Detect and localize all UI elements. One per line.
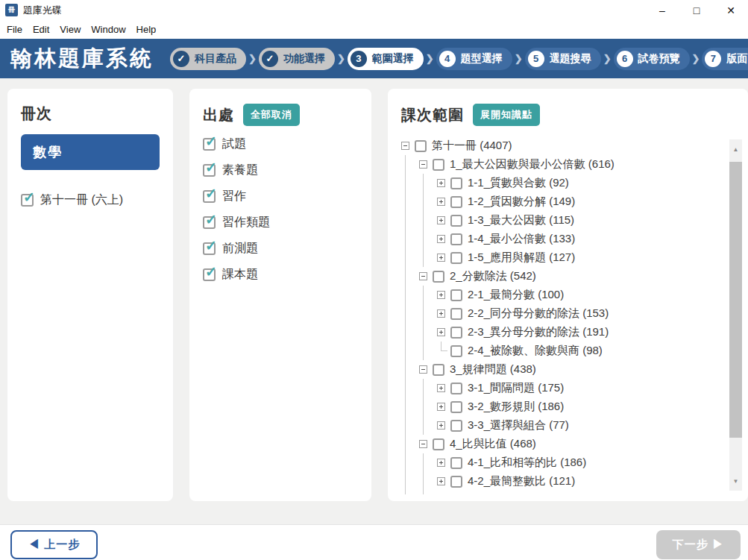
collapse-icon[interactable] [419,272,427,280]
step-3[interactable]: 3範圍選擇 [348,48,424,70]
tree-node-label[interactable]: 1_最大公因數與最小公倍數 (616) [450,157,615,172]
collapse-icon[interactable] [419,440,427,448]
source-option-row[interactable]: ✓素養題 [203,163,358,178]
source-checkbox[interactable]: ✓ [203,268,216,281]
step-4[interactable]: 4題型選擇 [436,48,512,70]
expand-icon[interactable] [437,421,445,430]
tree-node-label[interactable]: 1-5_應用與解題 (127) [468,251,575,265]
step-5[interactable]: 5選題搜尋 [525,48,601,70]
menu-item-help[interactable]: Help [131,22,162,37]
tree-node-label[interactable]: 1-4_最小公倍數 (133) [468,232,575,246]
next-step-button[interactable]: 下一步 ▶ [656,530,741,559]
expand-icon[interactable] [437,309,445,318]
expand-icon[interactable] [437,179,445,187]
step-6[interactable]: 6試卷預覽 [614,48,690,70]
tree-checkbox[interactable] [450,327,462,339]
source-checkbox[interactable]: ✓ [203,216,216,229]
tree-checkbox[interactable] [450,401,462,413]
cancel-all-button[interactable]: 全部取消 [243,104,300,126]
tree-node-label[interactable]: 3-2_數形規則 (186) [468,400,564,414]
tree-node-label[interactable]: 2-2_同分母分數的除法 (153) [468,306,609,321]
prev-step-button[interactable]: ◀ 上一步 [10,530,98,559]
tree-node-label[interactable]: 4-1_比和相等的比 (186) [468,456,586,470]
step-7[interactable]: 7版面配置 [702,48,748,70]
tree-scrollbar[interactable]: ▲ ▼ [729,139,742,491]
collapse-icon[interactable] [419,365,427,374]
step-2[interactable]: ✓功能選擇 [259,48,335,70]
tree-checkbox[interactable] [450,383,462,394]
tree-node-label[interactable]: 1-2_質因數分解 (149) [468,195,575,209]
tree-node-label[interactable]: 3-1_間隔問題 (175) [468,381,564,395]
tree-checkbox[interactable] [450,177,462,189]
source-option-row[interactable]: ✓前測題 [203,241,358,257]
volume-checkbox-row[interactable]: ✓ 第十一冊 (六上) [21,192,160,208]
tree-checkbox[interactable] [433,271,444,283]
menu-item-view[interactable]: View [54,22,86,37]
tree-row: 1-4_最小公倍數 (133) [401,230,726,248]
tree-guide [401,286,419,304]
expand-icon[interactable] [437,235,445,243]
expand-icon[interactable] [437,198,445,206]
expand-icon[interactable] [437,254,445,262]
scroll-down-icon[interactable]: ▼ [729,471,742,491]
step-separator-icon: ❯ [515,53,523,64]
tree-checkbox[interactable] [450,420,462,432]
tree-checkbox[interactable] [433,364,444,376]
expand-icon[interactable] [437,328,445,336]
expand-icon[interactable] [437,403,445,411]
tree-checkbox[interactable] [450,196,462,208]
tree-row: 2-3_異分母分數的除法 (191) [401,323,726,342]
tree-checkbox[interactable] [415,140,427,152]
tree-node-label[interactable]: 4-2_最簡整數比 (121) [468,474,575,488]
step-1[interactable]: ✓科目產品 [170,48,246,70]
tree-checkbox[interactable] [450,308,462,320]
tree-checkbox[interactable] [450,457,462,469]
expand-knowledge-button[interactable]: 展開知識點 [473,104,540,126]
tree-node-label[interactable]: 1-1_質數與合數 (92) [468,176,569,190]
tree-node-label[interactable]: 4_比與比值 (468) [450,437,536,451]
tree-node-label[interactable]: 1-3_最大公因數 (115) [468,213,574,227]
tree-checkbox[interactable] [433,159,444,171]
collapse-icon[interactable] [419,160,427,169]
volume-checkbox[interactable]: ✓ [21,194,34,207]
menu-item-edit[interactable]: Edit [28,22,54,37]
tree-node-label[interactable]: 3-3_選擇與組合 (77) [468,418,569,432]
tree-checkbox[interactable] [450,289,462,301]
menu-item-window[interactable]: Window [86,22,131,37]
tree-node-label[interactable]: 2_分數除法 (542) [450,269,536,283]
source-checkbox[interactable]: ✓ [203,190,216,203]
tree-checkbox[interactable] [450,252,462,264]
source-option-row[interactable]: ✓試題 [203,136,358,152]
tree-node-label[interactable]: 第十一冊 (4407) [432,139,512,153]
expand-icon[interactable] [437,384,445,392]
expand-icon[interactable] [437,216,445,224]
tree-checkbox[interactable] [450,215,462,227]
source-checkbox[interactable]: ✓ [203,242,216,255]
tree-node-label[interactable]: 3_規律問題 (438) [450,362,536,377]
scrollbar-thumb[interactable] [729,162,742,438]
tree-checkbox[interactable] [433,438,444,450]
tree-node-label[interactable]: 2-3_異分母分數的除法 (191) [468,325,609,339]
menu-item-file[interactable]: File [1,22,28,37]
source-option-row[interactable]: ✓習作類題 [203,215,358,230]
expand-icon[interactable] [437,459,445,467]
source-checkbox[interactable]: ✓ [203,164,216,177]
tree-checkbox[interactable] [450,233,462,245]
collapse-icon[interactable] [401,142,409,150]
tree-node-label[interactable]: 2-4_被除數、除數與商 (98) [468,344,603,358]
source-option-row[interactable]: ✓習作 [203,189,358,204]
close-button[interactable]: ✕ [714,0,748,20]
maximize-button[interactable]: □ [679,0,714,20]
scroll-up-icon[interactable]: ▲ [729,139,742,159]
source-option-row[interactable]: ✓課本題 [203,267,358,283]
minimize-button[interactable]: – [645,0,679,20]
expand-icon[interactable] [437,477,445,485]
expand-icon[interactable] [437,291,445,299]
tree-node-label[interactable]: 2-1_最簡分數 (100) [468,288,564,302]
tree-node-label[interactable]: 4-3_ [468,494,490,494]
tree-checkbox[interactable] [450,345,462,357]
subject-math-button[interactable]: 數學 [21,134,160,170]
tree-checkbox[interactable] [450,494,462,495]
source-checkbox[interactable]: ✓ [203,138,216,151]
tree-checkbox[interactable] [450,476,462,488]
